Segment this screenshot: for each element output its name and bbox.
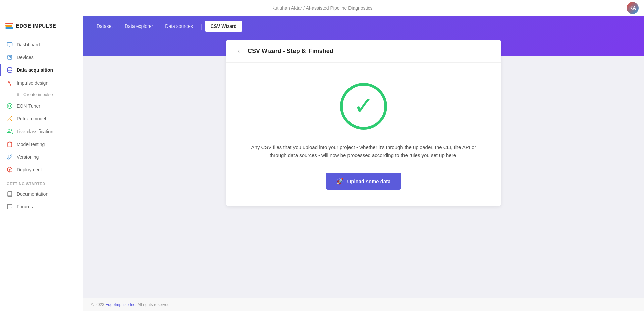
book-icon (7, 191, 13, 197)
wizard-card: ‹ CSV Wizard - Step 6: Finished ✓ Any CS… (226, 40, 501, 206)
page-footer: © 2023 EdgeImpulse Inc. All rights reser… (83, 298, 644, 311)
topbar: Kutluhan Aktar / AI-assisted Pipeline Di… (0, 0, 644, 16)
activity-icon (7, 80, 13, 86)
monitor-icon (7, 42, 13, 48)
sidebar-item-devices[interactable]: Devices (0, 51, 83, 64)
svg-point-11 (10, 155, 12, 156)
logo-icon (5, 23, 13, 29)
topbar-project: AI-assisted Pipeline Diagnostics (306, 5, 372, 11)
sidebar-item-dashboard[interactable]: Dashboard (0, 38, 83, 51)
sidebar-item-documentation-label: Documentation (17, 191, 48, 197)
cpu-icon (7, 54, 13, 60)
main-layout: EDGE IMPULSE Dashboard (0, 16, 644, 311)
dot-icon (17, 93, 19, 96)
sidebar-item-eon-tuner-label: EON Tuner (17, 103, 40, 109)
sidebar-item-dashboard-label: Dashboard (17, 42, 40, 47)
svg-point-12 (7, 158, 9, 159)
getting-started-label: GETTING STARTED (0, 176, 83, 188)
tab-csv-wizard[interactable]: CSV Wizard (205, 21, 242, 32)
sidebar-item-devices-label: Devices (17, 55, 34, 60)
upload-some-data-button[interactable]: 🚀 Upload some data (326, 173, 401, 190)
sidebar-item-forums[interactable]: Forums (0, 200, 83, 213)
svg-rect-2 (9, 57, 11, 58)
sidebar-item-data-acquisition[interactable]: Data acquisition (0, 64, 83, 76)
sidebar-item-live-classification-label: Live classification (17, 129, 53, 134)
chat-icon (7, 204, 13, 210)
tab-dataset[interactable]: Dataset (91, 21, 118, 32)
database-icon (7, 67, 13, 73)
topbar-title: Kutluhan Aktar / AI-assisted Pipeline Di… (271, 5, 372, 11)
live-icon (7, 128, 13, 135)
rocket-icon: 🚀 (336, 177, 344, 185)
wizard-card-title: CSV Wizard - Step 6: Finished (248, 48, 333, 55)
sidebar-item-create-impulse[interactable]: Create impulse (0, 89, 83, 100)
checkmark-icon: ✓ (354, 94, 374, 118)
wizard-card-header: ‹ CSV Wizard - Step 6: Finished (226, 40, 501, 63)
sidebar-item-deployment[interactable]: Deployment (0, 163, 83, 176)
sidebar-logo: EDGE IMPULSE (0, 16, 83, 34)
sidebar-item-retrain-model-label: Retrain model (17, 116, 46, 121)
sidebar-item-documentation[interactable]: Documentation (0, 188, 83, 200)
sidebar-item-live-classification[interactable]: Live classification (0, 125, 83, 138)
svg-point-5 (9, 105, 11, 107)
box-icon (7, 167, 13, 173)
sidebar-item-eon-tuner[interactable]: EON Tuner (0, 100, 83, 112)
footer-copyright: © 2023 (91, 302, 104, 307)
clipboard-icon (7, 141, 13, 147)
success-message: Any CSV files that you upload into your … (250, 143, 478, 159)
svg-rect-0 (7, 42, 12, 46)
svg-rect-9 (9, 142, 11, 143)
sidebar-item-versioning[interactable]: Versioning (0, 151, 83, 163)
sidebar: EDGE IMPULSE Dashboard (0, 16, 83, 311)
user-avatar[interactable]: KA (627, 2, 639, 14)
sidebar-item-retrain-model[interactable]: Retrain model (0, 112, 83, 125)
sidebar-item-impulse-design-label: Impulse design (17, 80, 48, 86)
shuffle-icon (7, 116, 13, 122)
svg-point-3 (7, 68, 12, 69)
footer-company-link[interactable]: EdgeImpulse Inc. (105, 302, 137, 307)
logo-text: EDGE IMPULSE (16, 23, 56, 29)
tab-data-explorer[interactable]: Data explorer (119, 21, 158, 32)
svg-point-4 (7, 104, 12, 109)
tab-separator: | (201, 23, 203, 30)
tab-bar: Dataset Data explorer Data sources | CSV… (83, 16, 644, 36)
page-body: ‹ CSV Wizard - Step 6: Finished ✓ Any CS… (83, 40, 644, 298)
sidebar-item-deployment-label: Deployment (17, 167, 42, 172)
sidebar-item-versioning-label: Versioning (17, 154, 39, 160)
sidebar-item-create-impulse-label: Create impulse (23, 92, 53, 97)
success-circle: ✓ (340, 83, 387, 130)
sidebar-item-forums-label: Forums (17, 204, 33, 209)
svg-point-8 (8, 129, 10, 131)
sidebar-item-impulse-design[interactable]: Impulse design (0, 76, 83, 89)
sidebar-item-model-testing[interactable]: Model testing (0, 138, 83, 151)
upload-button-label: Upload some data (347, 178, 390, 184)
footer-suffix: All rights reserved (138, 302, 170, 307)
eon-icon (7, 103, 13, 109)
back-button[interactable]: ‹ (234, 46, 244, 56)
topbar-username: Kutluhan Aktar (271, 5, 302, 11)
svg-rect-1 (8, 55, 12, 59)
sidebar-nav: Dashboard Devices (0, 34, 83, 311)
content-area: Dataset Data explorer Data sources | CSV… (83, 16, 644, 311)
git-branch-icon (7, 154, 13, 160)
sidebar-item-data-acquisition-label: Data acquisition (17, 67, 53, 73)
tab-data-sources[interactable]: Data sources (160, 21, 198, 32)
wizard-card-body: ✓ Any CSV files that you upload into you… (226, 63, 501, 206)
sidebar-item-model-testing-label: Model testing (17, 142, 45, 147)
